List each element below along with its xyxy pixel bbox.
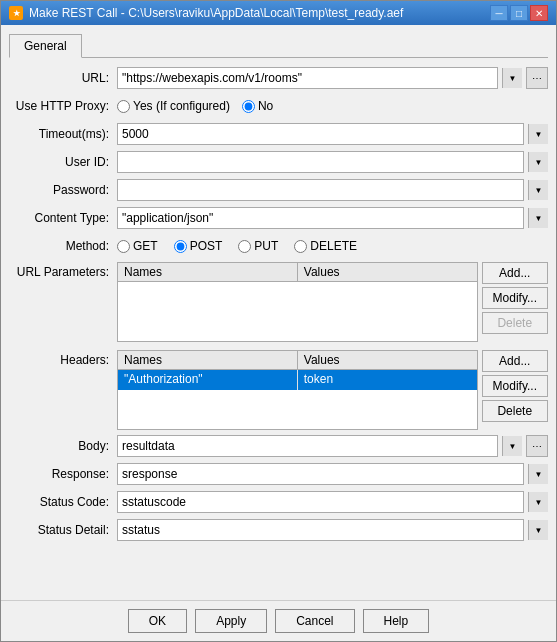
headers-label: Headers: (9, 350, 117, 367)
headers-col-names: Names (118, 351, 298, 369)
window-title: Make REST Call - C:\Users\raviku\AppData… (29, 6, 484, 20)
headers-add-button[interactable]: Add... (482, 350, 548, 372)
userid-row: User ID: ▼ (9, 150, 548, 174)
url-params-col-values: Values (298, 263, 477, 281)
body-row: Body: resultdata ▼ ⋯ (9, 434, 548, 458)
url-value: "https://webexapis.com/v1/rooms" (122, 71, 493, 85)
content-type-label: Content Type: (9, 211, 117, 225)
url-params-label: URL Parameters: (9, 262, 117, 279)
url-row: URL: "https://webexapis.com/v1/rooms" ▼ … (9, 66, 548, 90)
footer: OK Apply Cancel Help (1, 600, 556, 641)
headers-delete-button[interactable]: Delete (482, 400, 548, 422)
url-params-table: Names Values (117, 262, 478, 342)
timeout-dropdown-arrow[interactable]: ▼ (528, 124, 548, 144)
response-label: Response: (9, 467, 117, 481)
tab-general[interactable]: General (9, 34, 82, 58)
url-dropdown-arrow[interactable]: ▼ (502, 68, 522, 88)
body-value: resultdata (122, 439, 493, 453)
url-params-section: Names Values Add... Modify... Delete (117, 262, 548, 342)
method-put-option[interactable]: PUT (238, 239, 278, 253)
content-area: General URL: "https://webexapis.com/v1/r… (1, 25, 556, 600)
userid-dropdown-arrow[interactable]: ▼ (528, 152, 548, 172)
status-detail-value: sstatus (122, 523, 519, 537)
headers-modify-button[interactable]: Modify... (482, 375, 548, 397)
password-row: Password: ▼ (9, 178, 548, 202)
method-get-option[interactable]: GET (117, 239, 158, 253)
title-bar: ★ Make REST Call - C:\Users\raviku\AppDa… (1, 1, 556, 25)
http-proxy-label: Use HTTP Proxy: (9, 99, 117, 113)
tab-bar: General (9, 33, 548, 58)
url-params-modify-button[interactable]: Modify... (482, 287, 548, 309)
body-control: resultdata ▼ ⋯ (117, 435, 548, 457)
userid-label: User ID: (9, 155, 117, 169)
timeout-control: 5000 ▼ (117, 123, 548, 145)
content-type-value: "application/json" (122, 211, 519, 225)
body-label: Body: (9, 439, 117, 453)
url-params-row: URL Parameters: Names Values Add... Modi… (9, 262, 548, 342)
url-params-col-names: Names (118, 263, 298, 281)
method-get-radio[interactable] (117, 240, 130, 253)
status-detail-control: sstatus ▼ (117, 519, 548, 541)
password-label: Password: (9, 183, 117, 197)
timeout-value: 5000 (122, 127, 519, 141)
headers-row: Headers: Names Values "Authorization" to… (9, 350, 548, 430)
userid-control: ▼ (117, 151, 548, 173)
timeout-row: Timeout(ms): 5000 ▼ (9, 122, 548, 146)
url-special-button[interactable]: ⋯ (526, 67, 548, 89)
body-special-button[interactable]: ⋯ (526, 435, 548, 457)
timeout-label: Timeout(ms): (9, 127, 117, 141)
ok-button[interactable]: OK (128, 609, 187, 633)
headers-section: Names Values "Authorization" token Add..… (117, 350, 548, 430)
status-code-dropdown-arrow[interactable]: ▼ (528, 492, 548, 512)
headers-table-row[interactable]: "Authorization" token (118, 370, 477, 390)
method-post-option[interactable]: POST (174, 239, 223, 253)
proxy-yes-radio[interactable] (117, 100, 130, 113)
maximize-button[interactable]: □ (510, 5, 528, 21)
method-put-radio[interactable] (238, 240, 251, 253)
url-params-header: Names Values (118, 263, 477, 282)
status-code-row: Status Code: sstatuscode ▼ (9, 490, 548, 514)
content-type-control: "application/json" ▼ (117, 207, 548, 229)
url-label: URL: (9, 71, 117, 85)
apply-button[interactable]: Apply (195, 609, 267, 633)
response-control: sresponse ▼ (117, 463, 548, 485)
url-params-buttons: Add... Modify... Delete (482, 262, 548, 334)
response-value: sresponse (122, 467, 519, 481)
headers-col-values: Values (298, 351, 477, 369)
window: ★ Make REST Call - C:\Users\raviku\AppDa… (0, 0, 557, 642)
http-proxy-row: Use HTTP Proxy: Yes (If configured) No (9, 94, 548, 118)
help-button[interactable]: Help (363, 609, 430, 633)
cancel-button[interactable]: Cancel (275, 609, 354, 633)
close-button[interactable]: ✕ (530, 5, 548, 21)
url-params-delete-button: Delete (482, 312, 548, 334)
status-detail-label: Status Detail: (9, 523, 117, 537)
status-detail-row: Status Detail: sstatus ▼ (9, 518, 548, 542)
method-row: Method: GET POST PUT (9, 234, 548, 258)
method-label: Method: (9, 239, 117, 253)
headers-buttons: Add... Modify... Delete (482, 350, 548, 422)
method-control: GET POST PUT DELETE (117, 239, 548, 253)
status-code-label: Status Code: (9, 495, 117, 509)
status-detail-dropdown-arrow[interactable]: ▼ (528, 520, 548, 540)
proxy-no-radio[interactable] (242, 100, 255, 113)
password-dropdown-arrow[interactable]: ▼ (528, 180, 548, 200)
content-type-dropdown-arrow[interactable]: ▼ (528, 208, 548, 228)
proxy-no-option[interactable]: No (242, 99, 273, 113)
method-delete-option[interactable]: DELETE (294, 239, 357, 253)
minimize-button[interactable]: ─ (490, 5, 508, 21)
app-icon: ★ (9, 6, 23, 20)
headers-table: Names Values "Authorization" token (117, 350, 478, 430)
body-dropdown-arrow[interactable]: ▼ (502, 436, 522, 456)
status-code-control: sstatuscode ▼ (117, 491, 548, 513)
method-post-radio[interactable] (174, 240, 187, 253)
headers-table-body: "Authorization" token (118, 370, 477, 428)
status-code-value: sstatuscode (122, 495, 519, 509)
content-type-row: Content Type: "application/json" ▼ (9, 206, 548, 230)
headers-name-cell: "Authorization" (118, 370, 298, 390)
url-params-add-button[interactable]: Add... (482, 262, 548, 284)
method-delete-radio[interactable] (294, 240, 307, 253)
http-proxy-control: Yes (If configured) No (117, 99, 548, 113)
proxy-yes-option[interactable]: Yes (If configured) (117, 99, 230, 113)
userid-input[interactable] (122, 155, 519, 169)
response-dropdown-arrow[interactable]: ▼ (528, 464, 548, 484)
